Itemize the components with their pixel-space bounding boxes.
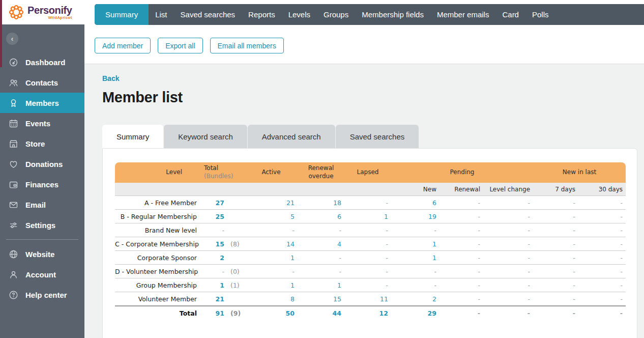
lapsed-count[interactable]: 11 <box>380 295 388 303</box>
active-count[interactable]: 5 <box>290 213 295 220</box>
bundles-cell <box>227 209 245 223</box>
contacts-icon <box>8 77 19 88</box>
total-cell: 2 <box>199 250 227 264</box>
pending-level-change-count-cell: - <box>483 278 533 292</box>
bundles-cell <box>227 250 245 264</box>
top-nav-tab-card[interactable]: Card <box>495 4 525 25</box>
new-30-days-count-cell: - <box>578 278 626 292</box>
top-nav-tab-member-emails[interactable]: Member emails <box>430 4 496 25</box>
pending-new-count[interactable]: 1 <box>432 254 436 262</box>
level-name: B - Regular Membership <box>115 209 199 223</box>
pending-new-count[interactable]: 19 <box>428 213 436 220</box>
renewal-overdue-count[interactable]: 6 <box>337 213 341 220</box>
page-title: Member list <box>102 89 644 106</box>
total-count[interactable]: 1 <box>220 281 224 289</box>
renewal-overdue-count: - <box>339 268 341 275</box>
search-tab-keyword-search[interactable]: Keyword search <box>164 125 247 148</box>
active-count-cell: 21 <box>245 195 298 209</box>
total-count[interactable]: 21 <box>216 295 224 303</box>
top-nav-tab-levels[interactable]: Levels <box>282 4 317 25</box>
sidebar-item-settings[interactable]: Settings <box>0 215 84 235</box>
top-nav-tab-list[interactable]: List <box>149 4 173 25</box>
pending-renewal-count-cell: - <box>440 195 483 209</box>
pending-new-count[interactable]: 6 <box>432 199 436 207</box>
sidebar-item-dashboard[interactable]: Dashboard <box>0 52 84 72</box>
renewal-overdue-count-cell: - <box>298 223 344 237</box>
sidebar-item-contacts[interactable]: Contacts <box>0 72 84 93</box>
pending-new-count[interactable]: 2 <box>432 295 436 303</box>
back-link[interactable]: Back <box>102 74 119 82</box>
active-count[interactable]: 50 <box>286 309 295 317</box>
sidebar-item-label: Events <box>25 119 50 128</box>
sidebar-item-label: Email <box>25 201 46 209</box>
sidebar-item-account[interactable]: Account <box>0 264 84 285</box>
active-count[interactable]: 21 <box>286 199 295 207</box>
window-edge-strip <box>0 0 2 67</box>
total-count[interactable]: 15 <box>216 240 224 248</box>
active-count[interactable]: 14 <box>286 240 295 248</box>
renewal-overdue-count[interactable]: 1 <box>337 281 341 289</box>
email-all-members-button[interactable]: Email all members <box>210 38 284 53</box>
bundles-cell <box>227 292 245 305</box>
new-7-days-count-cell: - <box>533 237 578 250</box>
search-tab-summary[interactable]: Summary <box>102 125 163 148</box>
subheader-level-change: Level change <box>483 183 533 195</box>
total-count: - <box>222 268 224 275</box>
total-count[interactable]: 2 <box>220 254 224 262</box>
pending-level-change-count: - <box>528 213 531 220</box>
subheader-new: New <box>391 183 440 195</box>
total-count[interactable]: 25 <box>216 213 224 220</box>
renewal-overdue-count[interactable]: 4 <box>337 240 341 248</box>
pending-new-count[interactable]: 1 <box>432 240 436 248</box>
renewal-overdue-count[interactable]: 18 <box>333 199 341 207</box>
search-tab-saved-searches[interactable]: Saved searches <box>336 125 419 148</box>
top-nav-tab-reports[interactable]: Reports <box>242 4 282 25</box>
top-nav-tab-summary[interactable]: Summary <box>95 4 149 25</box>
sidebar-item-website[interactable]: Website <box>0 244 84 264</box>
sidebar-item-donations[interactable]: Donations <box>0 154 84 174</box>
renewal-overdue-count[interactable]: 15 <box>333 295 341 303</box>
lapsed-count[interactable]: 1 <box>384 213 388 220</box>
table-header-row: Level Total (Bundles) Active Renewal ove… <box>115 162 626 183</box>
sidebar-divider <box>6 239 78 240</box>
new-30-days-count: - <box>621 240 623 248</box>
sidebar-item-members[interactable]: Members <box>0 93 84 113</box>
top-nav-tab-groups[interactable]: Groups <box>317 4 355 25</box>
bundles-cell: (8) <box>227 237 245 250</box>
total-count[interactable]: 91 <box>216 309 224 317</box>
top-nav-tab-saved-searches[interactable]: Saved searches <box>174 4 242 25</box>
renewal-overdue-count[interactable]: 44 <box>333 309 341 317</box>
sidebar-item-finances[interactable]: Finances <box>0 174 84 194</box>
sidebar-item-email[interactable]: Email <box>0 194 84 215</box>
total-count[interactable]: 27 <box>216 199 224 207</box>
new-30-days-count-cell: - <box>578 237 626 250</box>
new-7-days-count-cell: - <box>533 278 578 292</box>
sidebar-item-label: Settings <box>25 221 55 230</box>
new-30-days-count: - <box>621 213 623 220</box>
add-member-button[interactable]: Add member <box>95 38 151 53</box>
top-nav-tab-polls[interactable]: Polls <box>525 4 555 25</box>
pending-renewal-count-cell: - <box>440 250 483 264</box>
active-count[interactable]: 1 <box>290 254 295 262</box>
top-nav-tab-membership-fields[interactable]: Membership fields <box>355 4 430 25</box>
new-7-days-count: - <box>573 240 576 248</box>
subheader-spacer <box>115 183 391 195</box>
lapsed-count-cell: 1 <box>344 209 391 223</box>
export-all-button[interactable]: Export all <box>158 38 202 53</box>
lapsed-count[interactable]: 12 <box>379 309 388 317</box>
sidebar-item-store[interactable]: Store <box>0 133 84 154</box>
active-count[interactable]: 1 <box>290 281 295 289</box>
active-count[interactable]: 8 <box>290 295 295 303</box>
renewal-overdue-count-cell: - <box>298 250 344 264</box>
level-name: Total <box>115 305 199 320</box>
pending-renewal-count-cell: - <box>440 292 483 305</box>
top-nav: SummaryListSaved searchesReportsLevelsGr… <box>95 4 644 25</box>
sidebar-collapse-button[interactable]: ‹ <box>6 33 18 45</box>
col-header-renewal-overdue: Renewal overdue <box>298 162 344 183</box>
search-tab-advanced-search[interactable]: Advanced search <box>248 125 335 148</box>
sidebar-item-label: Account <box>25 270 56 279</box>
sidebar-item-help-center[interactable]: Help center <box>0 285 84 305</box>
content-area: Back Member list SummaryKeyword searchAd… <box>84 64 644 338</box>
pending-new-count[interactable]: 29 <box>428 309 436 317</box>
sidebar-item-events[interactable]: Events <box>0 113 84 133</box>
